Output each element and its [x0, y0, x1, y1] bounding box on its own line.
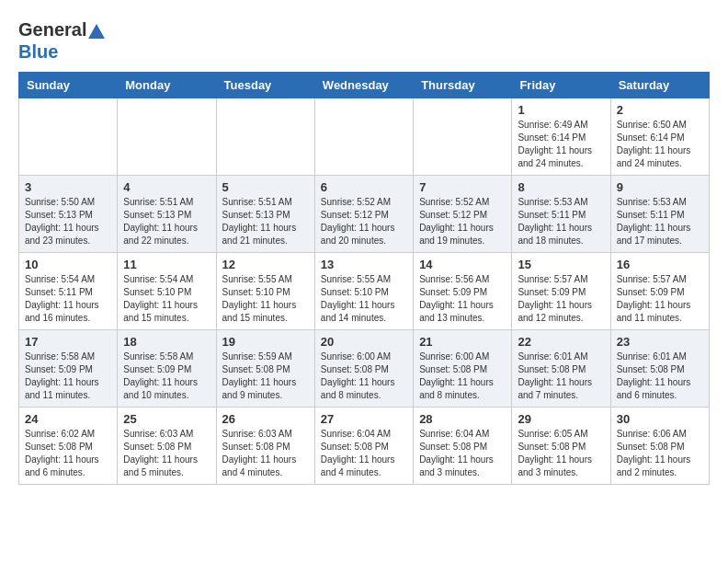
header: General Blue	[18, 18, 710, 63]
calendar-cell: 15Sunrise: 5:57 AMSunset: 5:09 PMDayligh…	[512, 253, 610, 330]
weekday-header-tuesday: Tuesday	[216, 73, 314, 98]
day-number: 23	[617, 335, 703, 349]
day-info: Sunrise: 6:01 AMSunset: 5:08 PMDaylight:…	[518, 350, 604, 402]
weekday-header-wednesday: Wednesday	[314, 73, 413, 98]
calendar-body: 1Sunrise: 6:49 AMSunset: 6:14 PMDaylight…	[19, 98, 710, 485]
calendar-cell: 1Sunrise: 6:49 AMSunset: 6:14 PMDaylight…	[512, 98, 610, 176]
calendar-cell	[314, 98, 413, 176]
day-info: Sunrise: 5:53 AMSunset: 5:11 PMDaylight:…	[518, 196, 604, 247]
day-number: 20	[321, 335, 407, 349]
day-number: 4	[123, 180, 210, 194]
day-number: 19	[222, 335, 309, 349]
calendar-cell	[118, 98, 216, 176]
calendar-cell: 2Sunrise: 6:50 AMSunset: 6:14 PMDaylight…	[610, 98, 709, 176]
day-info: Sunrise: 5:50 AMSunset: 5:13 PMDaylight:…	[25, 196, 111, 247]
day-info: Sunrise: 5:55 AMSunset: 5:10 PMDaylight:…	[222, 273, 309, 325]
day-info: Sunrise: 6:50 AMSunset: 6:14 PMDaylight:…	[617, 119, 703, 170]
day-number: 14	[419, 258, 506, 271]
calendar-cell	[19, 98, 118, 176]
day-number: 9	[617, 180, 703, 194]
calendar-cell: 7Sunrise: 5:52 AMSunset: 5:12 PMDaylight…	[414, 176, 512, 253]
calendar-cell: 5Sunrise: 5:51 AMSunset: 5:13 PMDaylight…	[216, 176, 314, 253]
day-number: 11	[123, 258, 210, 271]
calendar-cell: 13Sunrise: 5:55 AMSunset: 5:10 PMDayligh…	[314, 253, 413, 330]
week-row-3: 17Sunrise: 5:58 AMSunset: 5:09 PMDayligh…	[19, 330, 710, 408]
day-number: 18	[123, 335, 210, 349]
day-number: 28	[419, 412, 506, 426]
calendar-cell: 25Sunrise: 6:03 AMSunset: 5:08 PMDayligh…	[118, 408, 216, 485]
calendar-cell: 16Sunrise: 5:57 AMSunset: 5:09 PMDayligh…	[610, 253, 709, 330]
weekday-header-sunday: Sunday	[19, 73, 118, 98]
day-info: Sunrise: 5:53 AMSunset: 5:11 PMDaylight:…	[617, 196, 703, 247]
day-number: 13	[321, 258, 407, 271]
day-info: Sunrise: 5:56 AMSunset: 5:09 PMDaylight:…	[419, 273, 506, 325]
day-number: 30	[617, 412, 703, 426]
weekday-header-row: SundayMondayTuesdayWednesdayThursdayFrid…	[19, 73, 710, 98]
day-info: Sunrise: 6:03 AMSunset: 5:08 PMDaylight:…	[222, 428, 309, 479]
calendar-cell: 6Sunrise: 5:52 AMSunset: 5:12 PMDaylight…	[314, 176, 413, 253]
day-info: Sunrise: 6:00 AMSunset: 5:08 PMDaylight:…	[419, 350, 506, 402]
day-info: Sunrise: 6:04 AMSunset: 5:08 PMDaylight:…	[419, 428, 506, 479]
day-number: 10	[25, 258, 111, 271]
day-number: 2	[617, 103, 703, 117]
day-number: 26	[222, 412, 309, 426]
day-info: Sunrise: 5:51 AMSunset: 5:13 PMDaylight:…	[123, 196, 210, 247]
day-number: 27	[321, 412, 407, 426]
calendar-cell: 21Sunrise: 6:00 AMSunset: 5:08 PMDayligh…	[414, 330, 512, 408]
day-number: 1	[518, 103, 604, 117]
day-number: 3	[25, 180, 111, 194]
week-row-0: 1Sunrise: 6:49 AMSunset: 6:14 PMDaylight…	[19, 98, 710, 176]
day-info: Sunrise: 5:54 AMSunset: 5:10 PMDaylight:…	[123, 273, 210, 325]
weekday-header-saturday: Saturday	[610, 73, 709, 98]
calendar-cell: 28Sunrise: 6:04 AMSunset: 5:08 PMDayligh…	[414, 408, 512, 485]
day-info: Sunrise: 6:00 AMSunset: 5:08 PMDaylight:…	[321, 350, 407, 402]
day-info: Sunrise: 6:02 AMSunset: 5:08 PMDaylight:…	[25, 428, 111, 479]
calendar-table: SundayMondayTuesdayWednesdayThursdayFrid…	[18, 72, 710, 485]
day-number: 24	[25, 412, 111, 426]
weekday-header-monday: Monday	[118, 73, 216, 98]
day-info: Sunrise: 6:05 AMSunset: 5:08 PMDaylight:…	[518, 428, 604, 479]
day-info: Sunrise: 5:58 AMSunset: 5:09 PMDaylight:…	[25, 350, 111, 402]
weekday-header-thursday: Thursday	[414, 73, 512, 98]
calendar-page: General Blue SundayMondayTuesdayWednesda…	[0, 0, 728, 503]
calendar-cell: 26Sunrise: 6:03 AMSunset: 5:08 PMDayligh…	[216, 408, 314, 485]
day-number: 7	[419, 180, 506, 194]
day-number: 6	[321, 180, 407, 194]
calendar-cell: 10Sunrise: 5:54 AMSunset: 5:11 PMDayligh…	[19, 253, 118, 330]
day-info: Sunrise: 6:49 AMSunset: 6:14 PMDaylight:…	[518, 119, 604, 170]
day-info: Sunrise: 5:55 AMSunset: 5:10 PMDaylight:…	[321, 273, 407, 325]
calendar-cell: 9Sunrise: 5:53 AMSunset: 5:11 PMDaylight…	[610, 176, 709, 253]
calendar-cell: 23Sunrise: 6:01 AMSunset: 5:08 PMDayligh…	[610, 330, 709, 408]
day-number: 15	[518, 258, 604, 271]
day-number: 16	[617, 258, 703, 271]
calendar-cell: 4Sunrise: 5:51 AMSunset: 5:13 PMDaylight…	[118, 176, 216, 253]
calendar-cell: 12Sunrise: 5:55 AMSunset: 5:10 PMDayligh…	[216, 253, 314, 330]
day-info: Sunrise: 5:57 AMSunset: 5:09 PMDaylight:…	[617, 273, 703, 325]
calendar-cell: 27Sunrise: 6:04 AMSunset: 5:08 PMDayligh…	[314, 408, 413, 485]
day-number: 25	[123, 412, 210, 426]
calendar-cell: 11Sunrise: 5:54 AMSunset: 5:10 PMDayligh…	[118, 253, 216, 330]
day-info: Sunrise: 6:03 AMSunset: 5:08 PMDaylight:…	[123, 428, 210, 479]
day-number: 12	[222, 258, 309, 271]
day-number: 22	[518, 335, 604, 349]
day-number: 5	[222, 180, 309, 194]
day-info: Sunrise: 5:51 AMSunset: 5:13 PMDaylight:…	[222, 196, 309, 247]
day-number: 21	[419, 335, 506, 349]
week-row-2: 10Sunrise: 5:54 AMSunset: 5:11 PMDayligh…	[19, 253, 710, 330]
day-number: 29	[518, 412, 604, 426]
calendar-cell: 3Sunrise: 5:50 AMSunset: 5:13 PMDaylight…	[19, 176, 118, 253]
calendar-cell	[414, 98, 512, 176]
calendar-cell: 19Sunrise: 5:59 AMSunset: 5:08 PMDayligh…	[216, 330, 314, 408]
calendar-cell: 30Sunrise: 6:06 AMSunset: 5:08 PMDayligh…	[610, 408, 709, 485]
calendar-cell: 24Sunrise: 6:02 AMSunset: 5:08 PMDayligh…	[19, 408, 118, 485]
logo-text: General Blue	[18, 18, 105, 63]
day-info: Sunrise: 5:59 AMSunset: 5:08 PMDaylight:…	[222, 350, 309, 402]
calendar-cell: 18Sunrise: 5:58 AMSunset: 5:09 PMDayligh…	[118, 330, 216, 408]
day-info: Sunrise: 6:04 AMSunset: 5:08 PMDaylight:…	[321, 428, 407, 479]
calendar-cell: 17Sunrise: 5:58 AMSunset: 5:09 PMDayligh…	[19, 330, 118, 408]
calendar-cell: 22Sunrise: 6:01 AMSunset: 5:08 PMDayligh…	[512, 330, 610, 408]
week-row-1: 3Sunrise: 5:50 AMSunset: 5:13 PMDaylight…	[19, 176, 710, 253]
logo-icon	[88, 24, 105, 39]
day-number: 8	[518, 180, 604, 194]
calendar-cell: 14Sunrise: 5:56 AMSunset: 5:09 PMDayligh…	[414, 253, 512, 330]
